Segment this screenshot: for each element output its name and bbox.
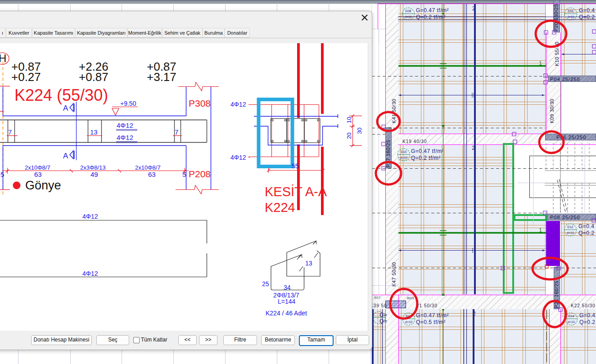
- svg-text:13: 13: [305, 260, 312, 267]
- svg-text:20: 20: [346, 133, 352, 139]
- svg-text:55: 55: [292, 162, 299, 170]
- svg-text:A: A: [63, 104, 68, 112]
- svg-text:KESİT A-A: KESİT A-A: [265, 184, 327, 199]
- svg-text:10: 10: [346, 117, 352, 123]
- svg-text:5: 5: [0, 171, 4, 178]
- svg-text:+3.17: +3.17: [147, 70, 176, 84]
- svg-text:4Φ12: 4Φ12: [230, 154, 246, 161]
- svg-text:H: H: [0, 52, 6, 64]
- svg-text:49: 49: [90, 171, 98, 178]
- svg-text:+0.27: +0.27: [11, 70, 41, 84]
- svg-text:13: 13: [90, 128, 98, 136]
- svg-text:25: 25: [262, 280, 269, 288]
- svg-text:4Φ12: 4Φ12: [82, 270, 98, 277]
- svg-text:7: 7: [8, 128, 12, 136]
- svg-text:P208: P208: [189, 169, 211, 179]
- svg-text:5: 5: [182, 171, 186, 178]
- svg-text:+9.50: +9.50: [120, 100, 136, 107]
- svg-text:2x10Φ8/7: 2x10Φ8/7: [135, 164, 161, 171]
- svg-text:4Φ12: 4Φ12: [117, 134, 133, 141]
- svg-text:K224 (55/30): K224 (55/30): [14, 86, 108, 104]
- svg-text:A: A: [63, 152, 68, 160]
- svg-text:2x3Φ8/13: 2x3Φ8/13: [80, 164, 106, 171]
- svg-text:4Φ12: 4Φ12: [230, 101, 246, 108]
- svg-text:34: 34: [284, 284, 291, 291]
- svg-text:K224: K224: [265, 200, 295, 215]
- svg-text:L=144: L=144: [278, 298, 296, 305]
- svg-text:63: 63: [34, 171, 42, 178]
- svg-text:63: 63: [148, 171, 156, 178]
- svg-text:P308: P308: [189, 98, 211, 108]
- svg-text:+0.87: +0.87: [79, 70, 108, 84]
- svg-text:4Φ12: 4Φ12: [82, 213, 98, 220]
- svg-text:2x10Φ8/7: 2x10Φ8/7: [25, 164, 50, 171]
- svg-text:K224 / 46 Adet: K224 / 46 Adet: [266, 310, 307, 317]
- svg-text:7: 7: [175, 128, 178, 136]
- svg-text:Gönye: Gönye: [25, 179, 61, 192]
- svg-text:30: 30: [356, 128, 363, 134]
- svg-text:4Φ12: 4Φ12: [117, 121, 133, 129]
